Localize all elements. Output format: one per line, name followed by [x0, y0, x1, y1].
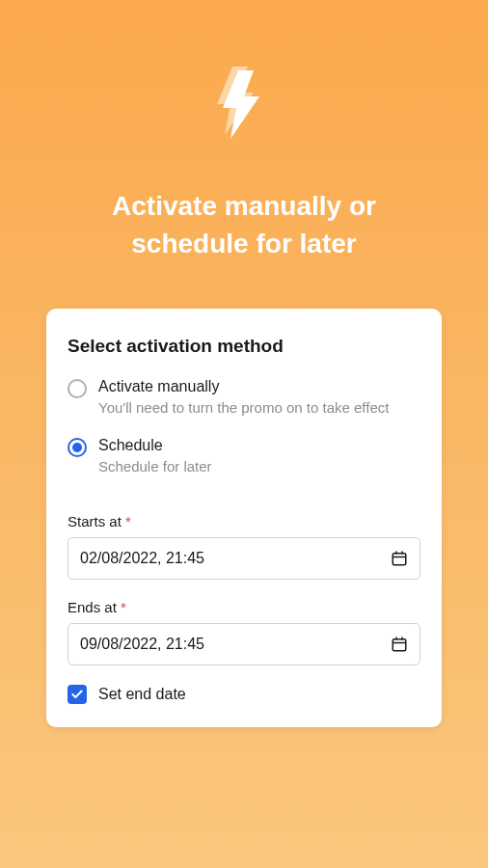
- starts-at-input[interactable]: 02/08/2022, 21:45: [68, 537, 420, 580]
- radio-label: Activate manually: [98, 378, 389, 395]
- ends-at-input[interactable]: 09/08/2022, 21:45: [68, 623, 420, 665]
- radio-label: Schedule: [98, 437, 212, 454]
- set-end-date-row[interactable]: Set end date: [68, 685, 420, 704]
- checkbox-label: Set end date: [98, 686, 186, 703]
- radio-schedule[interactable]: Schedule Schedule for later: [68, 437, 420, 475]
- card-title: Select activation method: [68, 336, 420, 357]
- activation-method-group: Activate manually You'll need to turn th…: [68, 378, 420, 475]
- radio-icon: [68, 438, 87, 457]
- starts-at-label: Starts at *: [68, 513, 420, 529]
- ends-at-field: Ends at * 09/08/2022, 21:45: [68, 599, 420, 665]
- starts-at-field: Starts at * 02/08/2022, 21:45: [68, 513, 420, 580]
- radio-description: You'll need to turn the promo on to take…: [98, 399, 389, 416]
- checkbox-icon: [68, 685, 87, 704]
- radio-icon: [68, 379, 87, 398]
- radio-activate-manually[interactable]: Activate manually You'll need to turn th…: [68, 378, 420, 416]
- svg-rect-0: [393, 554, 406, 565]
- ends-at-label: Ends at *: [68, 599, 420, 615]
- radio-description: Schedule for later: [98, 458, 212, 475]
- lightning-icon: [217, 66, 271, 149]
- calendar-icon: [391, 636, 408, 653]
- hero-title: Activate manually or schedule for later: [112, 187, 376, 262]
- svg-rect-4: [393, 639, 406, 651]
- activation-card: Select activation method Activate manual…: [46, 309, 442, 727]
- calendar-icon: [391, 550, 408, 567]
